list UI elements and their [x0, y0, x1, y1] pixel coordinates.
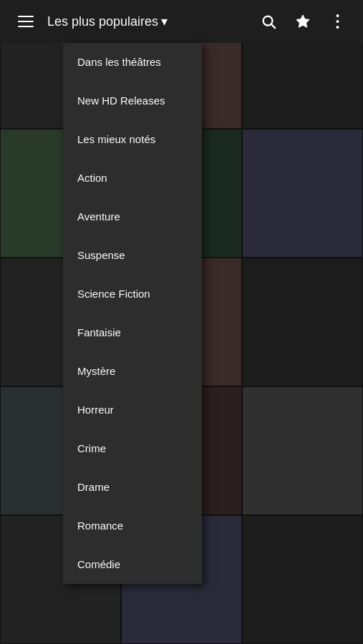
svg-line-1 [271, 24, 275, 28]
dropdown-arrow-icon[interactable]: ▾ [161, 14, 168, 29]
app-bar-title: Les plus populaires [47, 14, 158, 29]
menu-item[interactable]: Science Fiction [63, 275, 202, 313]
menu-item[interactable]: Crime [63, 429, 202, 468]
menu-item[interactable]: Drame [63, 468, 202, 507]
app-bar-actions [254, 7, 352, 36]
menu-item[interactable]: Les mieux notés [63, 120, 202, 159]
menu-line-3 [18, 26, 34, 27]
app-bar-title-area[interactable]: Les plus populaires ▾ [47, 14, 254, 29]
menu-item[interactable]: Comédie [63, 545, 202, 584]
menu-item[interactable]: Action [63, 159, 202, 197]
menu-item[interactable]: Fantaisie [63, 313, 202, 352]
more-options-button[interactable] [323, 7, 352, 36]
app-bar: Les plus populaires ▾ [0, 0, 363, 43]
svg-marker-2 [296, 15, 309, 27]
svg-point-4 [336, 20, 339, 23]
menu-item[interactable]: Dans les théâtres [63, 43, 202, 82]
menu-item[interactable]: Romance [63, 507, 202, 545]
menu-item[interactable]: New HD Releases [63, 82, 202, 120]
menu-item[interactable]: Aventure [63, 197, 202, 236]
favorites-button[interactable] [289, 7, 317, 36]
menu-item[interactable]: Mystère [63, 352, 202, 391]
search-button[interactable] [254, 7, 283, 36]
menu-item[interactable]: Suspense [63, 236, 202, 275]
dropdown-menu: Dans les théâtresNew HD ReleasesLes mieu… [63, 43, 202, 584]
svg-point-5 [336, 26, 339, 29]
menu-line-1 [18, 16, 34, 17]
menu-button[interactable] [11, 7, 40, 36]
svg-point-3 [336, 14, 339, 17]
menu-item[interactable]: Horreur [63, 391, 202, 429]
menu-line-2 [18, 21, 34, 22]
